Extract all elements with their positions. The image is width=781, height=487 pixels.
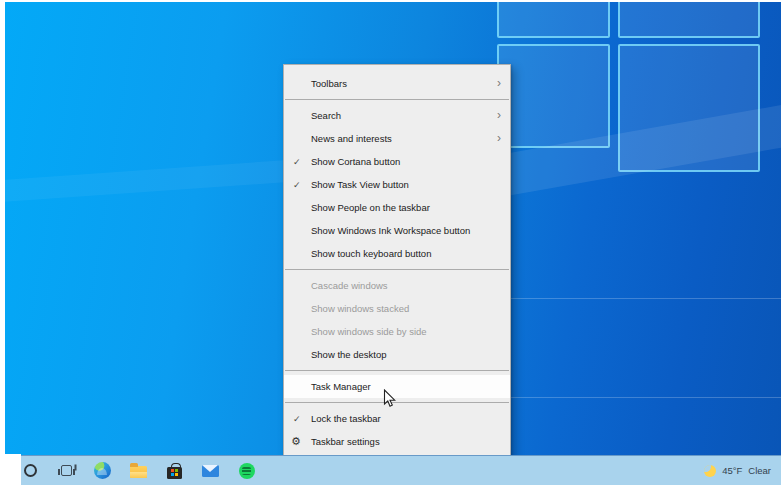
taskbar-icons xyxy=(5,458,258,484)
menu-item-label: Search xyxy=(311,110,341,121)
menu-item-toolbars[interactable]: Toolbars › xyxy=(284,72,510,95)
menu-separator xyxy=(285,402,509,403)
menu-item-lock-the-taskbar[interactable]: ✓ Lock the taskbar xyxy=(284,407,510,430)
menu-item-show-task-view-button[interactable]: ✓ Show Task View button xyxy=(284,173,510,196)
menu-item-label: Cascade windows xyxy=(311,280,388,291)
menu-separator xyxy=(285,370,509,371)
submenu-arrow-icon: › xyxy=(497,108,501,122)
mail-icon xyxy=(202,465,219,477)
menu-item-label: Show Cortana button xyxy=(311,156,400,167)
mail-button[interactable] xyxy=(199,458,222,484)
checkmark-icon: ✓ xyxy=(293,413,301,423)
weather-temperature: 45°F xyxy=(722,465,742,476)
menu-item-label: Show windows side by side xyxy=(311,326,427,337)
menu-item-label: Show windows stacked xyxy=(311,303,409,314)
weather-widget[interactable]: 45°F Clear xyxy=(704,465,781,477)
wallpaper-pane xyxy=(497,44,610,148)
moon-icon xyxy=(704,465,716,477)
menu-separator xyxy=(285,99,509,100)
wallpaper-pane xyxy=(497,2,610,38)
menu-item-show-cortana-button[interactable]: ✓ Show Cortana button xyxy=(284,150,510,173)
menu-item-label: Show touch keyboard button xyxy=(311,248,431,259)
edge-icon xyxy=(94,462,111,479)
menu-item-label: Show the desktop xyxy=(311,349,387,360)
menu-item-label: Toolbars xyxy=(311,78,347,89)
menu-item-cascade-windows: Cascade windows xyxy=(284,274,510,297)
wallpaper-line xyxy=(485,397,781,398)
task-view-button[interactable] xyxy=(55,458,78,484)
menu-item-show-windows-side-by-side: Show windows side by side xyxy=(284,320,510,343)
screenshot-frame: Toolbars › Search › News and interests ›… xyxy=(0,0,781,487)
menu-item-show-windows-ink-workspace-button[interactable]: Show Windows Ink Workspace button xyxy=(284,219,510,242)
menu-item-label: News and interests xyxy=(311,133,392,144)
file-explorer-button[interactable] xyxy=(127,458,150,484)
submenu-arrow-icon: › xyxy=(497,131,501,145)
gear-icon: ⚙ xyxy=(291,436,301,447)
checkmark-icon: ✓ xyxy=(293,179,301,189)
mouse-cursor xyxy=(383,389,396,408)
taskbar-context-menu: Toolbars › Search › News and interests ›… xyxy=(283,64,511,459)
menu-item-show-touch-keyboard-button[interactable]: Show touch keyboard button xyxy=(284,242,510,265)
spotify-button[interactable] xyxy=(235,458,258,484)
menu-item-news-and-interests[interactable]: News and interests › xyxy=(284,127,510,150)
cortana-icon xyxy=(24,464,37,477)
taskview-icon xyxy=(61,465,72,476)
store-icon xyxy=(167,467,182,479)
menu-item-taskbar-settings[interactable]: ⚙ Taskbar settings xyxy=(284,430,510,453)
submenu-arrow-icon: › xyxy=(497,76,501,90)
spotify-icon xyxy=(239,463,255,479)
wallpaper-light-ray xyxy=(5,158,315,204)
menu-item-label: Taskbar settings xyxy=(311,436,380,447)
menu-item-label: Show Windows Ink Workspace button xyxy=(311,225,470,236)
explorer-icon xyxy=(130,466,147,478)
store-button[interactable] xyxy=(163,458,186,484)
weather-condition: Clear xyxy=(748,465,771,476)
screen: Toolbars › Search › News and interests ›… xyxy=(5,2,781,485)
menu-item-show-people-on-the-taskbar[interactable]: Show People on the taskbar xyxy=(284,196,510,219)
checkmark-icon: ✓ xyxy=(293,156,301,166)
menu-item-task-manager[interactable]: Task Manager xyxy=(284,375,510,398)
menu-item-show-the-desktop[interactable]: Show the desktop xyxy=(284,343,510,366)
taskbar: 45°F Clear xyxy=(5,455,781,485)
menu-item-show-windows-stacked: Show windows stacked xyxy=(284,297,510,320)
menu-item-label: Task Manager xyxy=(311,381,371,392)
screenshot-corner-notch xyxy=(5,454,21,485)
menu-item-label: Show People on the taskbar xyxy=(311,202,430,213)
menu-item-label: Lock the taskbar xyxy=(311,413,381,424)
edge-button[interactable] xyxy=(91,458,114,484)
menu-item-search[interactable]: Search › xyxy=(284,104,510,127)
cortana-button[interactable] xyxy=(19,458,42,484)
wallpaper-pane xyxy=(618,2,760,38)
wallpaper-line xyxy=(485,298,781,299)
menu-item-label: Show Task View button xyxy=(311,179,409,190)
menu-separator xyxy=(285,269,509,270)
